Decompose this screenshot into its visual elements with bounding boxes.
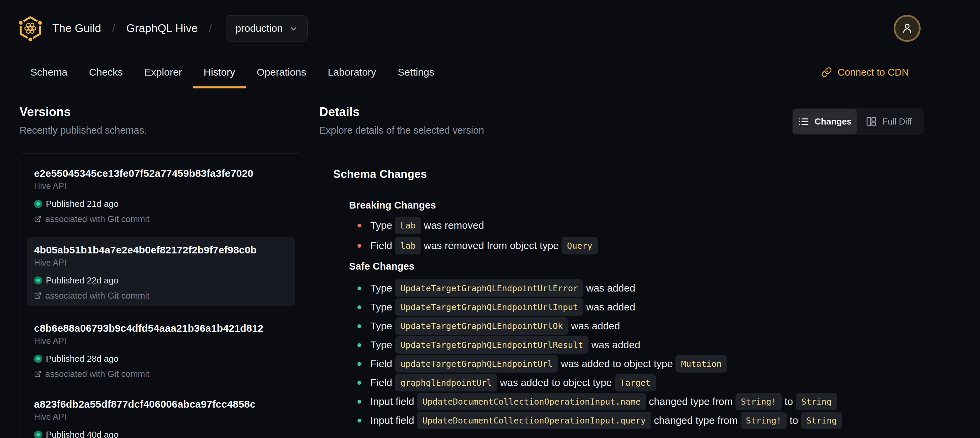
change-text: Type UpdateTargetGraphQLEndpointUrlError…: [370, 279, 635, 297]
breaking-bullet-icon: [358, 244, 361, 248]
guild-logo-icon[interactable]: [19, 16, 41, 40]
change-text: Input field UpdateDocumentCollectionOper…: [370, 412, 842, 429]
change-text-segment: was added to object type: [497, 377, 615, 389]
version-published: Published 28d ago: [34, 353, 288, 364]
external-link-icon: [34, 292, 41, 299]
change-text-segment: Type: [370, 320, 395, 332]
change-text-segment: was added to object type: [558, 358, 676, 370]
published-text: Published 28d ago: [46, 354, 118, 364]
version-item[interactable]: a823f6db2a55df877dcf406006abca97fcc4858c…: [27, 391, 295, 438]
change-text-segment: was added: [584, 301, 635, 313]
view-toggle: Changes Full Diff: [792, 108, 924, 135]
code-chip: updateTargetGraphQLEndpointUrl: [395, 355, 558, 373]
safe-changes-title: Safe Changes: [349, 260, 924, 272]
version-published: Published 22d ago: [34, 275, 288, 286]
full-diff-toggle-label: Full Diff: [882, 116, 912, 127]
version-service: Hive API: [34, 180, 288, 191]
safe-bullet-icon: [358, 419, 361, 422]
version-item[interactable]: c8b6e88a06793b9c4dfd54aaa21b36a1b421d812…: [27, 315, 295, 384]
published-text: Published 40d ago: [46, 430, 118, 438]
git-commit-text: associated with Git commit: [45, 290, 150, 301]
top-header: The Guild / GraphQL Hive / production: [0, 0, 980, 57]
target-selector[interactable]: production: [226, 15, 307, 41]
change-text-segment: Type: [370, 220, 395, 231]
change-item: Type Lab was removed: [349, 217, 924, 234]
change-item: Input field UpdateDocumentCollectionOper…: [349, 412, 924, 429]
change-text-segment: changed type from: [651, 415, 741, 426]
change-text-segment: Type: [370, 282, 395, 294]
code-chip: graphqlEndpointUrl: [395, 374, 497, 392]
change-item: Type UpdateTargetGraphQLEndpointUrlError…: [349, 279, 924, 297]
git-commit-text: associated with Git commit: [45, 214, 150, 225]
versions-title: Versions: [19, 105, 302, 119]
changes-toggle-button[interactable]: Changes: [793, 109, 857, 134]
versions-panel: Versions Recently published schemas. e2e…: [19, 88, 302, 438]
version-service: Hive API: [34, 257, 288, 268]
change-text: Type Lab was removed: [370, 217, 484, 234]
change-text-segment: was removed: [421, 220, 484, 231]
list-icon: [798, 116, 809, 127]
published-dot-icon: [34, 276, 42, 285]
change-text-segment: was added: [589, 339, 640, 350]
external-link-icon: [34, 370, 41, 377]
code-chip: String!: [735, 393, 782, 410]
code-chip: UpdateTargetGraphQLEndpointUrlOk: [395, 317, 568, 335]
change-item: Field updateTargetGraphQLEndpointUrl was…: [349, 355, 924, 373]
details-header: Details Explore details of the selected …: [319, 105, 924, 136]
tab-schema[interactable]: Schema: [19, 57, 78, 88]
project-breadcrumb[interactable]: GraphQL Hive: [126, 22, 198, 35]
tab-settings[interactable]: Settings: [387, 57, 445, 88]
external-link-icon: [34, 215, 41, 223]
change-text: Field updateTargetGraphQLEndpointUrl was…: [370, 355, 727, 373]
published-dot-icon: [34, 355, 42, 363]
change-text: Type UpdateTargetGraphQLEndpointUrlOk wa…: [370, 317, 620, 335]
code-chip: UpdateTargetGraphQLEndpointUrlInput: [395, 298, 584, 316]
breaking-bullet-icon: [358, 224, 361, 228]
code-chip: UpdateDocumentCollectionOperationInput.q…: [417, 412, 651, 429]
version-git-link[interactable]: associated with Git commit: [34, 213, 288, 225]
change-text-segment: was added: [568, 320, 620, 332]
version-hash: 4b05ab51b1b4a7e2e4b0ef82172f2b9f7ef98c0b: [34, 244, 288, 256]
change-text-segment: Input field: [370, 415, 417, 426]
breaking-changes-list: Type Lab was removedField lab was remove…: [349, 217, 924, 255]
breadcrumb-separator: /: [209, 22, 212, 34]
change-item: Field lab was removed from object type Q…: [349, 237, 924, 255]
code-chip: UpdateTargetGraphQLEndpointUrlError: [395, 279, 584, 297]
safe-changes-list: Type UpdateTargetGraphQLEndpointUrlError…: [349, 279, 924, 429]
code-chip: lab: [395, 237, 421, 255]
change-item: Type UpdateTargetGraphQLEndpointUrlOk wa…: [349, 317, 924, 335]
safe-bullet-icon: [358, 400, 361, 404]
code-chip: Lab: [395, 217, 421, 234]
change-item: Input field UpdateDocumentCollectionOper…: [349, 393, 924, 410]
published-dot-icon: [34, 200, 42, 208]
change-text: Type UpdateTargetGraphQLEndpointUrlInput…: [370, 298, 635, 316]
tab-explorer[interactable]: Explorer: [134, 57, 193, 88]
tab-checks[interactable]: Checks: [78, 57, 134, 88]
code-chip: String: [796, 393, 837, 410]
version-git-link[interactable]: associated with Git commit: [34, 290, 288, 301]
user-avatar[interactable]: [894, 15, 921, 42]
tab-history[interactable]: History: [193, 57, 246, 88]
versions-subtitle: Recently published schemas.: [19, 124, 302, 136]
org-breadcrumb[interactable]: The Guild: [52, 22, 101, 35]
change-text-segment: Field: [370, 377, 395, 389]
version-item[interactable]: 4b05ab51b1b4a7e2e4b0ef82172f2b9f7ef98c0b…: [27, 237, 295, 306]
target-nav-tabs: SchemaChecksExplorerHistoryOperationsLab…: [0, 57, 980, 88]
breadcrumb-separator: /: [112, 22, 115, 34]
change-text-segment: to: [782, 396, 796, 407]
connect-to-cdn-label: Connect to CDN: [838, 67, 909, 78]
git-commit-text: associated with Git commit: [45, 369, 150, 379]
tab-operations[interactable]: Operations: [246, 57, 317, 88]
version-item[interactable]: e2e55045345ce13fe07f52a77459b83fa3fe7020…: [27, 160, 295, 229]
version-git-link[interactable]: associated with Git commit: [34, 368, 288, 379]
details-panel: Details Explore details of the selected …: [319, 88, 924, 430]
breaking-changes-title: Breaking Changes: [349, 199, 924, 211]
change-text-segment: Input field: [370, 396, 417, 407]
code-chip: Mutation: [676, 355, 727, 373]
tab-laboratory[interactable]: Laboratory: [317, 57, 387, 88]
versions-list: e2e55045345ce13fe07f52a77459b83fa3fe7020…: [19, 153, 302, 438]
chevron-down-icon: [289, 24, 298, 33]
change-text-segment: Field: [370, 240, 395, 252]
connect-to-cdn-link[interactable]: Connect to CDN: [821, 57, 909, 88]
full-diff-toggle-button[interactable]: Full Diff: [857, 109, 923, 134]
